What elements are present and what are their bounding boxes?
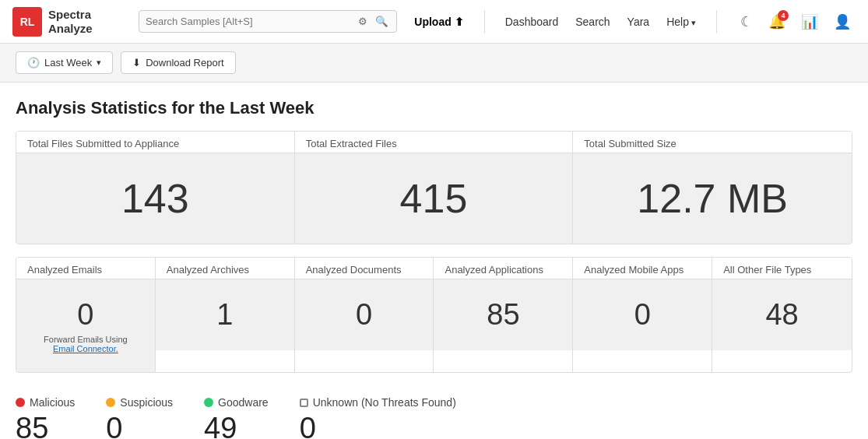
threat-unknown: Unknown (No Threats Found) 0	[300, 396, 456, 439]
goodware-dot	[204, 398, 213, 407]
stat-label-size: Total Submitted Size	[573, 132, 852, 153]
chart-button[interactable]: 📊	[796, 9, 823, 35]
stat-label-files-submitted: Total Files Submitted to Appliance	[16, 132, 294, 153]
unknown-dot	[300, 399, 308, 407]
theme-toggle-button[interactable]: ☾	[736, 9, 757, 35]
nav-links: Dashboard Search Yara Help	[497, 11, 704, 33]
stat-col-size: Total Submitted Size 12.7 MB	[573, 132, 852, 244]
nav-icons: ☾ 🔔 4 📊 👤	[736, 9, 856, 35]
stat-value-files-submitted: 143	[16, 153, 294, 244]
filter-icon[interactable]: ⚙	[357, 14, 369, 29]
stat-col-other: All Other File Types 48	[712, 258, 852, 372]
stat-card-archives: 1	[156, 279, 294, 350]
email-connector-link[interactable]: Email Connector.	[53, 344, 118, 353]
stat-col-mobile: Analyzed Mobile Apps 0	[573, 258, 712, 372]
threat-malicious: Malicious 85	[16, 396, 75, 439]
stat-col-archives: Analyzed Archives 1	[156, 258, 295, 372]
threat-goodware: Goodware 49	[204, 396, 269, 439]
nav-divider	[484, 10, 485, 33]
stat-col-documents: Analyzed Documents 0	[295, 258, 434, 372]
stat-card-documents: 0	[295, 279, 434, 350]
nav-link-help[interactable]: Help	[659, 11, 704, 33]
stat-label-applications: Analyzed Applications	[434, 258, 572, 279]
stat-value-extracted: 415	[295, 153, 573, 244]
stat-card-mobile: 0	[573, 279, 712, 350]
page-title: Analysis Statistics for the Last Week	[16, 98, 852, 118]
notifications-button[interactable]: 🔔 4	[764, 9, 790, 35]
threat-suspicious: Suspicious 0	[106, 396, 173, 439]
malicious-dot	[16, 398, 25, 407]
nav-link-dashboard[interactable]: Dashboard	[497, 11, 567, 33]
upload-button[interactable]: Upload ⬆	[406, 11, 471, 33]
clock-icon: 🕐	[27, 57, 40, 68]
user-profile-button[interactable]: 👤	[829, 9, 856, 35]
stat-label-emails: Analyzed Emails	[16, 258, 155, 279]
download-icon: ⬇	[132, 57, 141, 68]
threat-summary: Malicious 85 Suspicious 0 Goodware 49 Un…	[16, 388, 852, 439]
search-input[interactable]	[146, 16, 352, 27]
stat-label-other: All Other File Types	[712, 258, 852, 279]
chevron-down-icon: ▾	[97, 58, 101, 68]
stat-label-documents: Analyzed Documents	[295, 258, 434, 279]
stat-value-size: 12.7 MB	[573, 153, 852, 244]
time-filter-button[interactable]: 🕐 Last Week ▾	[16, 51, 113, 74]
suspicious-dot	[106, 398, 115, 407]
download-report-button[interactable]: ⬇ Download Report	[121, 51, 235, 74]
stat-card-other: 48	[712, 279, 852, 350]
search-icon[interactable]: 🔍	[374, 14, 390, 29]
toolbar: 🕐 Last Week ▾ ⬇ Download Report	[0, 44, 868, 83]
top-stats-grid: Total Files Submitted to Appliance 143 T…	[16, 131, 852, 244]
brand: RL Spectra Analyze	[12, 7, 129, 37]
stat-col-emails: Analyzed Emails 0 Forward Emails UsingEm…	[16, 258, 156, 372]
stat-col-files-submitted: Total Files Submitted to Appliance 143	[16, 132, 295, 244]
stat-label-mobile: Analyzed Mobile Apps	[573, 258, 712, 279]
stat-col-extracted: Total Extracted Files 415	[295, 132, 574, 244]
navbar: RL Spectra Analyze ⚙ 🔍 Upload ⬆ Dashboar…	[0, 0, 868, 44]
notification-badge: 4	[778, 10, 789, 21]
unknown-count: 0	[300, 412, 456, 439]
bottom-stats-grid: Analyzed Emails 0 Forward Emails UsingEm…	[16, 257, 852, 373]
brand-name: Spectra Analyze	[48, 8, 93, 36]
suspicious-count: 0	[106, 412, 173, 439]
email-sub-label: Forward Emails UsingEmail Connector.	[44, 335, 128, 353]
goodware-count: 49	[204, 412, 269, 439]
upload-icon: ⬆	[455, 16, 464, 28]
nav-divider-2	[716, 10, 717, 33]
malicious-count: 85	[16, 412, 75, 439]
nav-link-yara[interactable]: Yara	[620, 11, 658, 33]
stat-label-archives: Analyzed Archives	[156, 258, 294, 279]
stat-col-applications: Analyzed Applications 85	[434, 258, 573, 372]
stat-label-extracted: Total Extracted Files	[295, 132, 573, 153]
stat-card-emails: 0 Forward Emails UsingEmail Connector.	[16, 279, 155, 372]
search-bar[interactable]: ⚙ 🔍	[139, 10, 397, 33]
stat-card-applications: 85	[434, 279, 572, 350]
brand-logo: RL	[12, 7, 42, 37]
nav-link-search[interactable]: Search	[568, 11, 617, 33]
main-content: Analysis Statistics for the Last Week To…	[0, 83, 868, 439]
